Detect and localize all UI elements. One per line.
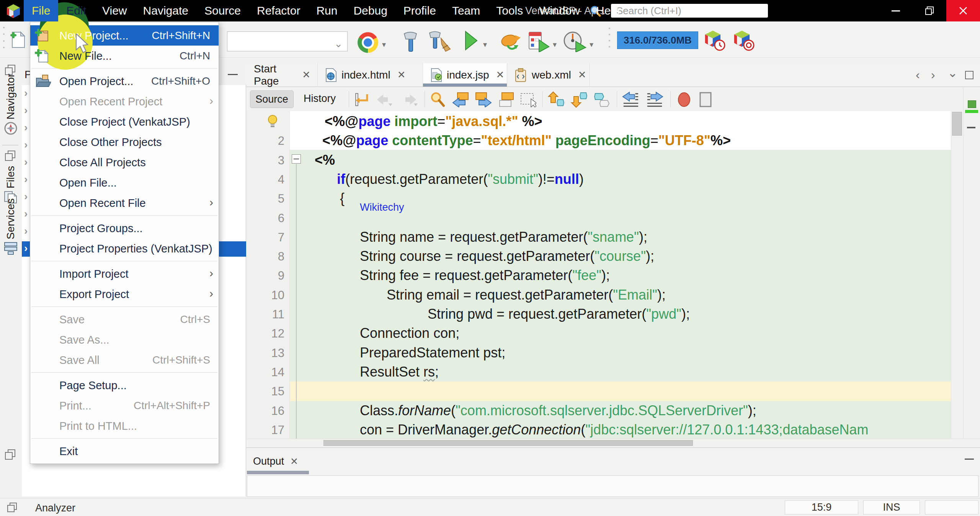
search-input[interactable] (611, 4, 768, 18)
minimize-button[interactable] (879, 0, 913, 21)
close-icon[interactable]: ✕ (496, 69, 505, 81)
view-source-button[interactable]: Source (250, 90, 294, 108)
minimize-panel-icon[interactable] (228, 74, 238, 75)
menu-item-page-setup[interactable]: Page Setup... (30, 375, 219, 395)
menu-item-project-groups[interactable]: Project Groups... (30, 218, 219, 238)
find-next-icon[interactable] (475, 91, 492, 108)
menubar-item-refactor[interactable]: Refactor (249, 0, 308, 21)
menubar-item-source[interactable]: Source (196, 0, 249, 21)
menu-item-exit[interactable]: Exit (30, 441, 219, 461)
debug-project-icon[interactable] (500, 32, 521, 51)
sidebar-tab-navigator[interactable]: Navigator (5, 74, 17, 120)
toolbar-grip[interactable] (3, 27, 5, 48)
browser-chrome-icon[interactable] (358, 32, 378, 53)
sidebar-tab-files[interactable]: Files (5, 166, 17, 188)
profile-project-icon[interactable] (528, 31, 550, 52)
menu-item-print[interactable]: Print...Ctrl+Alt+Shift+P (30, 395, 219, 416)
sidebar-tab-services[interactable]: Services (5, 198, 17, 239)
menubar-item-profile[interactable]: Profile (395, 0, 444, 21)
horizontal-scrollbar-thumb[interactable] (323, 440, 693, 446)
vertical-scrollbar-thumb[interactable] (952, 112, 962, 136)
scroll-tabs-left-icon[interactable]: ‹ (916, 68, 920, 82)
editor-tab-index-jsp[interactable]: index.jsp✕ (423, 63, 507, 87)
start-macro-recording-icon[interactable] (676, 91, 693, 108)
menu-item-save-as[interactable]: Save As... (30, 329, 219, 350)
shift-line-left-icon[interactable] (622, 91, 639, 108)
editor-tab-web-xml[interactable]: web.xml✕ (507, 63, 590, 87)
close-icon[interactable]: ✕ (290, 456, 298, 467)
expand-chevron-icon[interactable]: › (24, 190, 28, 203)
menu-item-close-other-projects[interactable]: Close Other Projects (30, 132, 219, 152)
menu-item-export-project[interactable]: Export Project› (30, 284, 219, 304)
menubar-item-view[interactable]: View (94, 0, 135, 21)
toggle-highlight-search-icon[interactable] (498, 91, 515, 108)
chevron-down-icon[interactable]: ▾ (382, 40, 386, 49)
project-config-combobox[interactable]: ⌄ (227, 31, 348, 51)
profiler-stop-icon[interactable] (733, 30, 755, 51)
menu-item-import-project[interactable]: Import Project› (30, 264, 219, 284)
chevron-down-icon[interactable]: ▾ (590, 40, 593, 49)
editor-tab-index-html[interactable]: index.html✕ (318, 63, 423, 87)
menu-item-print-to-html[interactable]: Print to HTML... (30, 416, 219, 436)
code-editor[interactable]: 234567891011121314151617 <%@page import=… (246, 111, 980, 439)
services-icon[interactable] (3, 241, 18, 255)
menubar-item-window[interactable]: Window (531, 0, 588, 21)
maximize-editor-icon[interactable] (965, 71, 973, 79)
close-icon[interactable]: ✕ (302, 69, 310, 81)
find-previous-icon[interactable] (452, 91, 469, 108)
stop-macro-recording-icon[interactable] (697, 91, 714, 108)
expand-chevron-icon[interactable]: › (24, 173, 28, 185)
tab-list-dropdown-icon[interactable]: ⌄ (947, 66, 958, 80)
expand-chevron-icon[interactable]: › (24, 242, 28, 254)
menubar-item-team[interactable]: Team (444, 0, 488, 21)
expand-chevron-icon[interactable]: › (24, 225, 28, 237)
restore-window-icon[interactable] (5, 449, 16, 460)
close-icon[interactable]: ✕ (397, 69, 406, 81)
compass-icon[interactable] (4, 122, 17, 135)
close-button[interactable] (946, 0, 980, 21)
hint-lightbulb-icon[interactable] (266, 114, 279, 129)
run-project-icon[interactable] (464, 31, 479, 51)
new-file-toolbar-icon[interactable] (8, 30, 27, 50)
menu-item-open-recent-project[interactable]: Open Recent Project› (30, 91, 219, 111)
toolbar-grip[interactable] (609, 28, 611, 48)
menubar-item-edit[interactable]: Edit (58, 0, 94, 21)
vertical-scrollbar[interactable] (951, 111, 963, 439)
menu-item-open-project[interactable]: Open Project...Ctrl+Shift+O (30, 71, 219, 91)
chevron-down-icon[interactable]: ▾ (553, 40, 557, 49)
menu-item-open-file[interactable]: Open File... (30, 172, 219, 193)
expand-chevron-icon[interactable]: › (24, 156, 28, 168)
menu-item-save[interactable]: SaveCtrl+S (30, 309, 219, 329)
profile-gauge-icon[interactable] (563, 31, 586, 52)
menu-item-project-properties-venkatjsp[interactable]: Project Properties (VenkatJSP) (30, 238, 219, 259)
find-icon[interactable] (429, 91, 446, 108)
menu-item-close-project-venkatjsp[interactable]: Close Project (VenkatJSP) (30, 111, 219, 132)
rectangular-selection-icon[interactable] (519, 91, 536, 108)
restore-window-icon[interactable] (7, 502, 18, 513)
menubar-item-help[interactable]: Help (588, 0, 628, 21)
expand-chevron-icon[interactable]: › (24, 208, 28, 220)
caret-position-indicator[interactable]: 15:9 (785, 500, 858, 514)
shift-line-right-icon[interactable] (647, 91, 663, 108)
restore-window-icon[interactable] (5, 150, 16, 162)
chevron-down-icon[interactable]: ▾ (483, 40, 487, 49)
last-edit-position-icon[interactable] (353, 91, 370, 108)
build-project-icon[interactable] (400, 31, 420, 52)
profiler-snapshot-clock-icon[interactable] (704, 30, 726, 51)
expand-chevron-icon[interactable]: › (24, 87, 28, 99)
minimize-panel-icon[interactable] (965, 459, 974, 460)
output-tab[interactable]: Output ✕ (247, 451, 304, 472)
menubar-item-tools[interactable]: Tools (488, 0, 531, 21)
expand-chevron-icon[interactable]: › (24, 139, 28, 151)
menubar-item-navigate[interactable]: Navigate (135, 0, 196, 21)
menubar-item-debug[interactable]: Debug (345, 0, 395, 21)
scroll-tabs-right-icon[interactable]: › (931, 68, 935, 82)
toggle-occurrence-highlight-icon[interactable] (594, 91, 611, 108)
menu-item-save-all[interactable]: Save AllCtrl+Shift+S (30, 350, 219, 370)
expand-chevron-icon[interactable]: › (24, 104, 28, 116)
editor-tab-start-page[interactable]: Start Page✕ (247, 63, 318, 87)
next-occurrence-icon[interactable] (571, 91, 588, 108)
insert-mode-indicator[interactable]: INS (863, 500, 920, 514)
maximize-restore-button[interactable] (913, 0, 946, 21)
menu-item-open-recent-file[interactable]: Open Recent File› (30, 193, 219, 213)
